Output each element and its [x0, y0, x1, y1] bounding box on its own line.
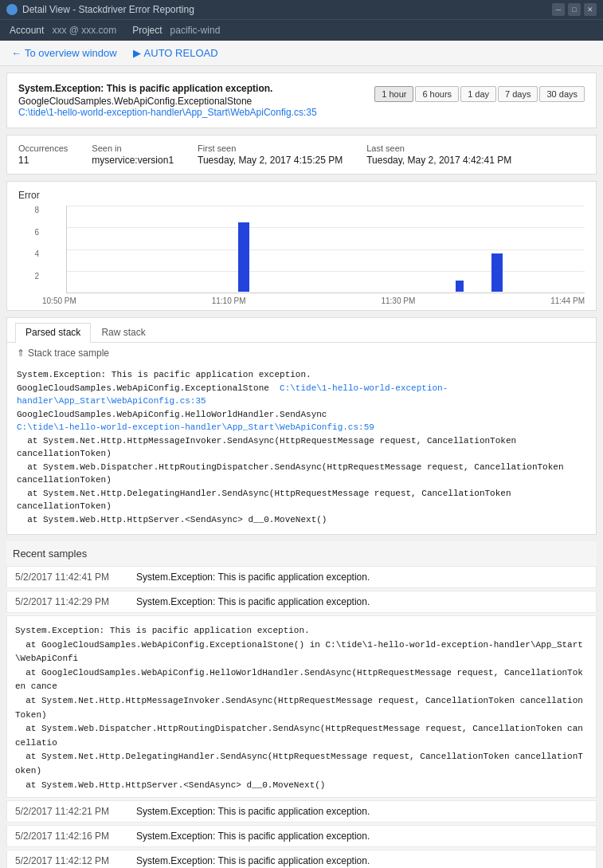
account-value: xxx @ xxx.com: [52, 25, 116, 36]
last-seen-value: Tuesday, May 2, 2017 4:42:41 PM: [366, 155, 511, 166]
chart-area: [66, 206, 585, 293]
sample-time: 5/2/2017 11:42:16 PM: [15, 831, 127, 842]
sample-time: 5/2/2017 11:42:12 PM: [15, 855, 127, 866]
grid-line-2: [67, 271, 585, 272]
sample-message: System.Exception: This is pacific applic…: [136, 571, 370, 583]
error-main-title: System.Exception: This is pacific applic…: [18, 83, 374, 94]
main-scroll-area[interactable]: System.Exception: This is pacific applic…: [0, 66, 603, 868]
recent-samples-title: Recent samples: [6, 548, 597, 566]
grid-line-6: [67, 227, 585, 228]
sample-message: System.Exception: This is pacific applic…: [136, 855, 370, 866]
tab-raw-stack[interactable]: Raw stack: [91, 323, 155, 343]
chart-bar-2: [456, 281, 464, 292]
app-icon: [6, 4, 18, 15]
x-label-1110: 11:10 PM: [212, 297, 246, 305]
stack-line-3: GoogleCloudSamples.WebApiConfig.HelloWor…: [17, 408, 586, 422]
error-chart-section: Error 8 6 4 2: [6, 181, 597, 311]
x-label-1050: 10:50 PM: [42, 297, 76, 305]
sample-row[interactable]: 5/2/2017 11:42:41 PM System.Exception: T…: [6, 566, 597, 588]
account-label: Account xxx @ xxx.com: [10, 25, 116, 36]
occurrences-value: 11: [18, 155, 68, 166]
window-title: Detail View - Stackdriver Error Reportin…: [22, 4, 547, 15]
stack-line-1: System.Exception: This is pacific applic…: [17, 368, 586, 382]
sample-row[interactable]: 5/2/2017 11:42:29 PM System.Exception: T…: [6, 591, 597, 613]
error-header-section: System.Exception: This is pacific applic…: [6, 73, 597, 128]
error-subtitle: GoogleCloudSamples.WebApiConfig.Exceptio…: [18, 96, 374, 107]
stack-expand-icon: ⇑: [17, 348, 25, 359]
grid-line-4: [67, 249, 585, 250]
error-title-block: System.Exception: This is pacific applic…: [18, 83, 374, 118]
chart-wrapper: 8 6 4 2: [42, 206, 585, 293]
grid-line-8: [67, 206, 585, 206]
y-label-8: 8: [20, 206, 39, 214]
first-seen-value: Tuesday, May 2, 2017 4:15:25 PM: [198, 155, 343, 166]
stack-line-8: at System.Web.Http.HttpServer.<SendAsync…: [17, 513, 586, 527]
sample-time: 5/2/2017 11:42:21 PM: [15, 806, 127, 817]
y-label-4: 4: [20, 249, 39, 258]
seen-in-group: Seen in myservice:version1: [92, 143, 174, 166]
sample-time: 5/2/2017 11:42:41 PM: [15, 571, 127, 583]
time-btn-1day[interactable]: 1 day: [460, 86, 496, 102]
title-bar: Detail View - Stackdriver Error Reportin…: [0, 0, 603, 19]
occurrences-section: Occurrences 11 Seen in myservice:version…: [6, 135, 597, 175]
time-btn-7days[interactable]: 7 days: [498, 86, 538, 102]
stack-trace-content: System.Exception: This is pacific applic…: [7, 363, 596, 534]
y-label-6: 6: [20, 228, 39, 237]
play-icon: ▶: [133, 47, 141, 59]
last-seen-label: Last seen: [366, 143, 511, 153]
back-arrow-icon: ←: [11, 47, 22, 59]
y-axis: 8 6 4 2: [20, 206, 39, 293]
y-label-2: 2: [20, 272, 39, 281]
x-axis-labels: 10:50 PM 11:10 PM 11:30 PM 11:44 PM: [42, 297, 585, 305]
time-btn-6hours[interactable]: 6 hours: [415, 86, 459, 102]
occurrences-group: Occurrences 11: [18, 143, 68, 166]
account-bar: Account xxx @ xxx.com Project pacific-wi…: [0, 19, 603, 41]
stack-line-6: at System.Web.Dispatcher.HttpRoutingDisp…: [17, 461, 586, 487]
chart-title: Error: [18, 190, 585, 201]
project-value: pacific-wind: [170, 25, 221, 36]
sample-message: System.Exception: This is pacific applic…: [136, 596, 370, 607]
sample-row[interactable]: 5/2/2017 11:42:12 PM System.Exception: T…: [6, 850, 597, 868]
sample-row[interactable]: 5/2/2017 11:42:16 PM System.Exception: T…: [6, 825, 597, 847]
stack-trace-header: ⇑ Stack trace sample: [7, 343, 596, 363]
error-file-link[interactable]: C:\tide\1-hello-world-exception-handler\…: [18, 107, 317, 118]
sample-time: 5/2/2017 11:42:29 PM: [15, 596, 127, 607]
stack-line-2: GoogleCloudSamples.WebApiConfig.Exceptio…: [17, 382, 586, 408]
stack-trace-label: Stack trace sample: [28, 348, 109, 359]
stack-line-4: C:\tide\1-hello-world-exception-handler\…: [17, 421, 586, 434]
window-controls[interactable]: ─ □ ✕: [552, 3, 597, 16]
project-label: Project pacific-wind: [132, 25, 220, 36]
time-range-buttons: 1 hour 6 hours 1 day 7 days 30 days: [374, 86, 585, 102]
stack-trace-section: Parsed stack Raw stack ⇑ Stack trace sam…: [6, 317, 597, 535]
time-btn-30days[interactable]: 30 days: [539, 86, 585, 102]
seen-in-label: Seen in: [92, 143, 174, 153]
chart-bar-3: [491, 253, 503, 292]
maximize-button[interactable]: □: [568, 3, 581, 16]
sample-message: System.Exception: This is pacific applic…: [136, 806, 370, 817]
stack-line-5: at System.Net.Http.HttpMessageInvoker.Se…: [17, 434, 586, 461]
first-seen-group: First seen Tuesday, May 2, 2017 4:15:25 …: [198, 143, 343, 166]
close-button[interactable]: ✕: [584, 3, 597, 16]
chart-bar-1: [238, 222, 249, 292]
stack-tabs: Parsed stack Raw stack: [7, 318, 596, 343]
tab-parsed-stack[interactable]: Parsed stack: [15, 323, 91, 343]
sample-message: System.Exception: This is pacific applic…: [136, 831, 370, 842]
recent-samples-section: Recent samples 5/2/2017 11:42:41 PM Syst…: [6, 541, 597, 868]
auto-reload-button[interactable]: ▶ AUTO RELOAD: [133, 47, 218, 59]
stack-link-1[interactable]: C:\tide\1-hello-world-exception-handler\…: [17, 383, 448, 407]
stack-line-7: at System.Net.Http.DelegatingHandler.Sen…: [17, 487, 586, 513]
sample-row[interactable]: 5/2/2017 11:42:21 PM System.Exception: T…: [6, 800, 597, 823]
stack-link-2[interactable]: C:\tide\1-hello-world-exception-handler\…: [17, 422, 374, 432]
occurrences-label: Occurrences: [18, 143, 68, 153]
seen-in-value: myservice:version1: [92, 155, 174, 166]
sample-stack-trace: System.Exception: This is pacific applic…: [15, 624, 588, 792]
nav-bar: ← To overview window ▶ AUTO RELOAD: [0, 41, 603, 66]
first-seen-label: First seen: [198, 143, 343, 153]
minimize-button[interactable]: ─: [552, 3, 565, 16]
time-btn-1hour[interactable]: 1 hour: [374, 86, 413, 102]
sample-row-expanded[interactable]: System.Exception: This is pacific applic…: [6, 615, 597, 798]
back-to-overview-link[interactable]: ← To overview window: [11, 47, 117, 59]
x-label-1144: 11:44 PM: [550, 297, 585, 305]
x-label-1130: 11:30 PM: [381, 297, 415, 305]
last-seen-group: Last seen Tuesday, May 2, 2017 4:42:41 P…: [366, 143, 511, 166]
